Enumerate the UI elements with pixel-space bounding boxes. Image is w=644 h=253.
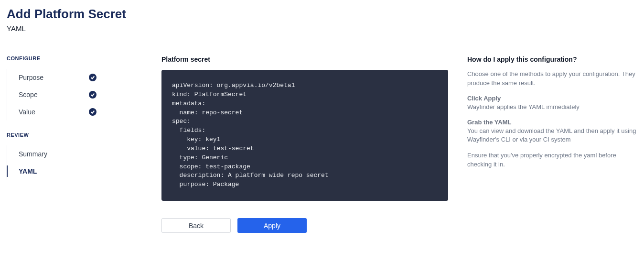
apply-button[interactable]: Apply — [237, 218, 307, 233]
check-icon — [89, 91, 97, 99]
sidebar-item-label: Value — [19, 108, 89, 116]
help-panel: How do I apply this configuration? Choos… — [467, 55, 637, 176]
page-title: Add Platform Secret — [7, 7, 637, 22]
yaml-code-block[interactable]: apiVersion: org.appvia.io/v2beta1 kind: … — [161, 70, 448, 201]
help-grab-yaml-label: Grab the YAML — [467, 119, 637, 126]
help-title: How do I apply this configuration? — [467, 55, 637, 63]
help-click-apply-text: Wayfinder applies the YAML immediately — [467, 103, 637, 112]
help-click-apply-label: Click Apply — [467, 95, 637, 102]
sidebar-item-label: YAML — [19, 167, 152, 175]
button-row: Back Apply — [161, 218, 448, 233]
sidebar-item-label: Summary — [19, 150, 152, 158]
configure-nav: Purpose Scope Value — [7, 69, 152, 121]
platform-secret-label: Platform secret — [161, 55, 448, 63]
help-grab-yaml-text: You can view and download the YAML and t… — [467, 127, 637, 145]
main-content: Platform secret apiVersion: org.appvia.i… — [161, 55, 467, 233]
layout: CONFIGURE Purpose Scope Value RE — [7, 55, 637, 233]
sidebar-item-label: Purpose — [19, 74, 89, 81]
review-nav: Summary YAML — [7, 145, 152, 180]
check-icon — [89, 108, 97, 116]
configure-section-label: CONFIGURE — [7, 55, 152, 61]
help-encrypt-text: Ensure that you've properly encrypted th… — [467, 151, 637, 169]
page-subtitle: YAML — [7, 24, 637, 33]
sidebar-item-purpose[interactable]: Purpose — [7, 69, 152, 86]
sidebar-item-scope[interactable]: Scope — [7, 86, 152, 103]
sidebar-item-value[interactable]: Value — [7, 103, 152, 121]
back-button[interactable]: Back — [161, 218, 231, 233]
help-intro-text: Choose one of the methods to apply your … — [467, 70, 637, 88]
sidebar-item-yaml[interactable]: YAML — [7, 163, 152, 180]
sidebar: CONFIGURE Purpose Scope Value RE — [7, 55, 161, 191]
review-section-label: REVIEW — [7, 132, 152, 138]
check-icon — [89, 74, 97, 81]
sidebar-item-summary[interactable]: Summary — [7, 145, 152, 163]
sidebar-item-label: Scope — [19, 91, 89, 99]
